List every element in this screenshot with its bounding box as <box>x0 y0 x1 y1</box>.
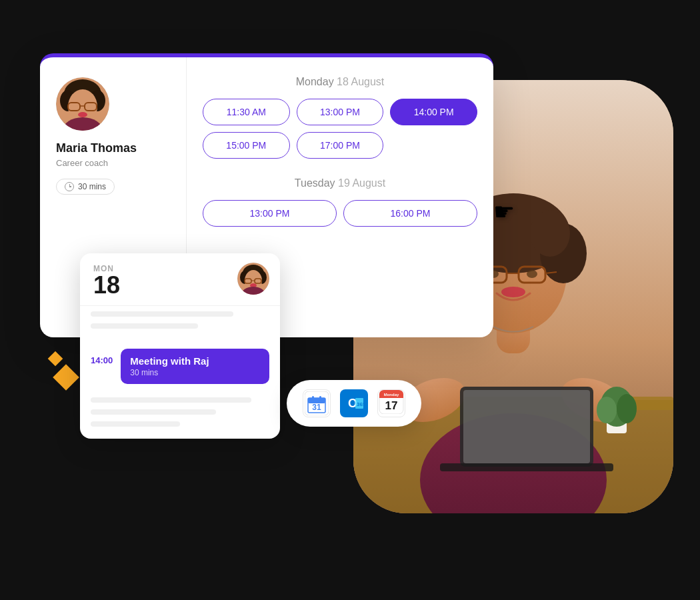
event-title: Meeting with Raj <box>130 355 260 367</box>
svg-text:31: 31 <box>312 403 321 412</box>
host-avatar <box>56 77 109 131</box>
time-slot-1130[interactable]: 11:30 AM <box>203 99 290 125</box>
tuesday-date: 19 August <box>338 177 385 189</box>
clock-icon <box>65 182 74 191</box>
svg-point-18 <box>501 287 525 297</box>
tuesday-day: Tuesday <box>295 177 335 189</box>
svg-point-38 <box>78 112 87 117</box>
time-slot-1300[interactable]: 13:00 PM <box>297 99 384 125</box>
svg-rect-23 <box>440 463 613 471</box>
skeleton-line-5 <box>91 421 180 427</box>
skeleton-line-1 <box>91 311 233 317</box>
tuesday-section: Tuesday 19 August 13:00 PM 16:00 PM <box>203 177 477 227</box>
cursor-hand-icon: ☛ <box>493 200 527 233</box>
time-slot-tue-1300[interactable]: 13:00 PM <box>203 200 337 227</box>
svg-text:365: 365 <box>357 401 366 407</box>
tuesday-slots: 13:00 PM 16:00 PM <box>203 200 477 227</box>
duration-text: 30 mins <box>78 182 106 191</box>
calendar-header: MON 18 <box>80 253 280 306</box>
svg-point-26 <box>597 397 617 423</box>
event-time: 14:00 <box>91 355 113 369</box>
time-slot-1400[interactable]: 14:00 PM <box>390 99 477 125</box>
monday-date: 18 August <box>337 76 384 87</box>
skeleton-line-2 <box>91 323 198 329</box>
calendar-day-card: MON 18 14:00 Meeting <box>80 253 280 439</box>
mini-avatar <box>237 263 269 295</box>
svg-text:Monday: Monday <box>384 393 399 397</box>
integrations-pill: 31 O 365 Monday 17 <box>287 380 421 427</box>
host-name: Maria Thomas <box>56 141 137 155</box>
apple-calendar-icon: Monday 17 <box>377 389 405 417</box>
skeleton-line-3 <box>91 397 251 403</box>
google-calendar-icon: 31 <box>303 389 331 417</box>
svg-point-17 <box>527 270 537 278</box>
svg-text:17: 17 <box>385 399 397 412</box>
duration-badge: 30 mins <box>56 179 115 195</box>
skeleton-bottom <box>80 392 280 439</box>
svg-rect-56 <box>319 396 321 401</box>
svg-rect-22 <box>463 390 590 463</box>
outlook-icon: O 365 <box>340 389 368 417</box>
monday-header: Monday 18 August <box>203 76 477 88</box>
monday-slots: 11:30 AM 13:00 PM 14:00 PM 15:00 PM 17:0… <box>203 99 477 159</box>
calendar-event-block[interactable]: Meeting with Raj 30 mins <box>121 349 269 384</box>
monday-day: Monday <box>296 76 334 87</box>
host-role: Career coach <box>56 158 108 168</box>
monday-section: Monday 18 August 11:30 AM 13:00 PM 14:00… <box>203 76 477 159</box>
time-slot-1700[interactable]: 17:00 PM <box>297 132 384 159</box>
skeleton-top <box>80 306 280 341</box>
svg-rect-55 <box>312 396 314 401</box>
svg-point-27 <box>617 394 637 423</box>
skeleton-line-4 <box>91 409 216 415</box>
event-duration: 30 mins <box>130 368 260 377</box>
time-slot-tue-1600[interactable]: 16:00 PM <box>343 200 477 227</box>
svg-point-10 <box>530 210 570 257</box>
calendar-event-row: 14:00 Meeting with Raj 30 mins <box>80 341 280 392</box>
time-slot-1500[interactable]: 15:00 PM <box>203 132 290 159</box>
tuesday-header: Tuesday 19 August <box>203 177 477 189</box>
